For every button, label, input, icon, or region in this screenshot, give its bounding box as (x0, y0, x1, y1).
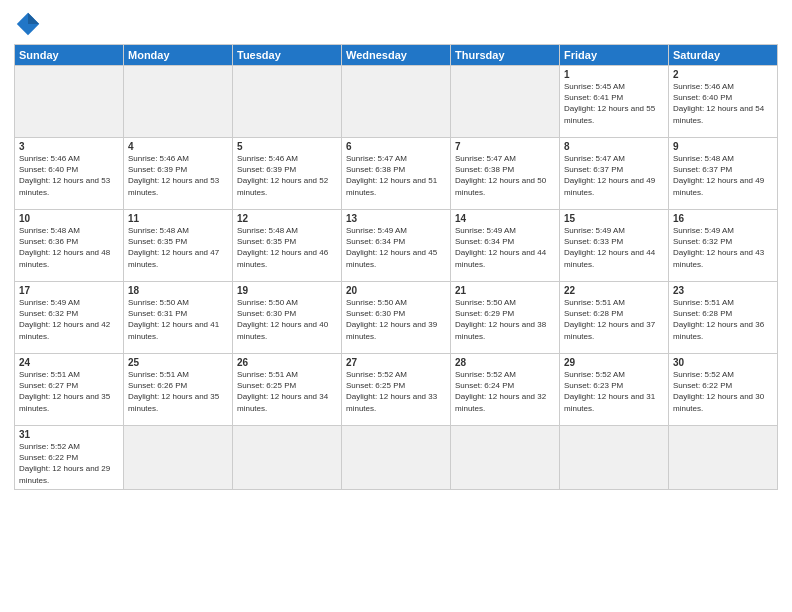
day-info: Sunrise: 5:48 AMSunset: 6:37 PMDaylight:… (673, 153, 773, 198)
day-number: 10 (19, 213, 119, 224)
day-number: 3 (19, 141, 119, 152)
calendar-cell (124, 66, 233, 138)
day-info: Sunrise: 5:52 AMSunset: 6:23 PMDaylight:… (564, 369, 664, 414)
day-number: 28 (455, 357, 555, 368)
calendar-week-1: 3Sunrise: 5:46 AMSunset: 6:40 PMDaylight… (15, 138, 778, 210)
day-number: 25 (128, 357, 228, 368)
calendar-cell (451, 426, 560, 490)
day-info: Sunrise: 5:47 AMSunset: 6:38 PMDaylight:… (455, 153, 555, 198)
calendar-cell: 16Sunrise: 5:49 AMSunset: 6:32 PMDayligh… (669, 210, 778, 282)
calendar-cell (451, 66, 560, 138)
day-number: 11 (128, 213, 228, 224)
calendar-cell: 21Sunrise: 5:50 AMSunset: 6:29 PMDayligh… (451, 282, 560, 354)
calendar-week-5: 31Sunrise: 5:52 AMSunset: 6:22 PMDayligh… (15, 426, 778, 490)
calendar-cell: 3Sunrise: 5:46 AMSunset: 6:40 PMDaylight… (15, 138, 124, 210)
calendar-cell: 2Sunrise: 5:46 AMSunset: 6:40 PMDaylight… (669, 66, 778, 138)
day-info: Sunrise: 5:49 AMSunset: 6:32 PMDaylight:… (19, 297, 119, 342)
calendar-cell: 5Sunrise: 5:46 AMSunset: 6:39 PMDaylight… (233, 138, 342, 210)
day-number: 9 (673, 141, 773, 152)
calendar-header-wednesday: Wednesday (342, 45, 451, 66)
page: SundayMondayTuesdayWednesdayThursdayFrid… (0, 0, 792, 612)
calendar-header-saturday: Saturday (669, 45, 778, 66)
calendar-cell: 6Sunrise: 5:47 AMSunset: 6:38 PMDaylight… (342, 138, 451, 210)
calendar-week-0: 1Sunrise: 5:45 AMSunset: 6:41 PMDaylight… (15, 66, 778, 138)
day-info: Sunrise: 5:51 AMSunset: 6:28 PMDaylight:… (673, 297, 773, 342)
calendar-cell: 19Sunrise: 5:50 AMSunset: 6:30 PMDayligh… (233, 282, 342, 354)
calendar-cell: 17Sunrise: 5:49 AMSunset: 6:32 PMDayligh… (15, 282, 124, 354)
calendar-header-thursday: Thursday (451, 45, 560, 66)
day-number: 19 (237, 285, 337, 296)
day-info: Sunrise: 5:48 AMSunset: 6:35 PMDaylight:… (128, 225, 228, 270)
day-info: Sunrise: 5:52 AMSunset: 6:22 PMDaylight:… (19, 441, 119, 486)
day-number: 14 (455, 213, 555, 224)
logo-icon (14, 10, 42, 38)
header (14, 10, 778, 38)
calendar-cell: 26Sunrise: 5:51 AMSunset: 6:25 PMDayligh… (233, 354, 342, 426)
calendar-cell (669, 426, 778, 490)
day-number: 16 (673, 213, 773, 224)
day-info: Sunrise: 5:48 AMSunset: 6:36 PMDaylight:… (19, 225, 119, 270)
day-number: 23 (673, 285, 773, 296)
day-number: 15 (564, 213, 664, 224)
calendar-cell: 20Sunrise: 5:50 AMSunset: 6:30 PMDayligh… (342, 282, 451, 354)
day-info: Sunrise: 5:52 AMSunset: 6:22 PMDaylight:… (673, 369, 773, 414)
calendar-cell: 12Sunrise: 5:48 AMSunset: 6:35 PMDayligh… (233, 210, 342, 282)
day-number: 6 (346, 141, 446, 152)
calendar-cell (233, 66, 342, 138)
day-info: Sunrise: 5:50 AMSunset: 6:30 PMDaylight:… (346, 297, 446, 342)
day-info: Sunrise: 5:52 AMSunset: 6:24 PMDaylight:… (455, 369, 555, 414)
day-info: Sunrise: 5:51 AMSunset: 6:25 PMDaylight:… (237, 369, 337, 414)
day-info: Sunrise: 5:50 AMSunset: 6:31 PMDaylight:… (128, 297, 228, 342)
calendar-cell: 27Sunrise: 5:52 AMSunset: 6:25 PMDayligh… (342, 354, 451, 426)
calendar-cell (233, 426, 342, 490)
calendar-cell: 4Sunrise: 5:46 AMSunset: 6:39 PMDaylight… (124, 138, 233, 210)
day-info: Sunrise: 5:46 AMSunset: 6:39 PMDaylight:… (128, 153, 228, 198)
calendar-cell: 13Sunrise: 5:49 AMSunset: 6:34 PMDayligh… (342, 210, 451, 282)
calendar-header-sunday: Sunday (15, 45, 124, 66)
calendar-cell: 25Sunrise: 5:51 AMSunset: 6:26 PMDayligh… (124, 354, 233, 426)
calendar-cell: 10Sunrise: 5:48 AMSunset: 6:36 PMDayligh… (15, 210, 124, 282)
day-info: Sunrise: 5:49 AMSunset: 6:32 PMDaylight:… (673, 225, 773, 270)
day-info: Sunrise: 5:51 AMSunset: 6:28 PMDaylight:… (564, 297, 664, 342)
day-number: 21 (455, 285, 555, 296)
calendar-header-friday: Friday (560, 45, 669, 66)
calendar-cell: 1Sunrise: 5:45 AMSunset: 6:41 PMDaylight… (560, 66, 669, 138)
calendar-cell (15, 66, 124, 138)
calendar-header-tuesday: Tuesday (233, 45, 342, 66)
calendar-cell: 11Sunrise: 5:48 AMSunset: 6:35 PMDayligh… (124, 210, 233, 282)
calendar-cell: 15Sunrise: 5:49 AMSunset: 6:33 PMDayligh… (560, 210, 669, 282)
calendar-cell (342, 66, 451, 138)
day-number: 7 (455, 141, 555, 152)
calendar-cell: 23Sunrise: 5:51 AMSunset: 6:28 PMDayligh… (669, 282, 778, 354)
calendar-week-2: 10Sunrise: 5:48 AMSunset: 6:36 PMDayligh… (15, 210, 778, 282)
calendar-header-monday: Monday (124, 45, 233, 66)
day-info: Sunrise: 5:46 AMSunset: 6:40 PMDaylight:… (673, 81, 773, 126)
day-number: 2 (673, 69, 773, 80)
day-info: Sunrise: 5:46 AMSunset: 6:39 PMDaylight:… (237, 153, 337, 198)
calendar-cell: 24Sunrise: 5:51 AMSunset: 6:27 PMDayligh… (15, 354, 124, 426)
calendar-cell: 7Sunrise: 5:47 AMSunset: 6:38 PMDaylight… (451, 138, 560, 210)
day-info: Sunrise: 5:49 AMSunset: 6:34 PMDaylight:… (346, 225, 446, 270)
day-number: 1 (564, 69, 664, 80)
day-number: 17 (19, 285, 119, 296)
day-number: 5 (237, 141, 337, 152)
day-number: 8 (564, 141, 664, 152)
day-number: 24 (19, 357, 119, 368)
calendar-cell: 9Sunrise: 5:48 AMSunset: 6:37 PMDaylight… (669, 138, 778, 210)
day-info: Sunrise: 5:50 AMSunset: 6:29 PMDaylight:… (455, 297, 555, 342)
day-info: Sunrise: 5:50 AMSunset: 6:30 PMDaylight:… (237, 297, 337, 342)
calendar-week-3: 17Sunrise: 5:49 AMSunset: 6:32 PMDayligh… (15, 282, 778, 354)
calendar-cell: 8Sunrise: 5:47 AMSunset: 6:37 PMDaylight… (560, 138, 669, 210)
day-number: 29 (564, 357, 664, 368)
day-info: Sunrise: 5:46 AMSunset: 6:40 PMDaylight:… (19, 153, 119, 198)
calendar-week-4: 24Sunrise: 5:51 AMSunset: 6:27 PMDayligh… (15, 354, 778, 426)
day-number: 30 (673, 357, 773, 368)
calendar-cell: 18Sunrise: 5:50 AMSunset: 6:31 PMDayligh… (124, 282, 233, 354)
calendar-cell: 28Sunrise: 5:52 AMSunset: 6:24 PMDayligh… (451, 354, 560, 426)
calendar-header-row: SundayMondayTuesdayWednesdayThursdayFrid… (15, 45, 778, 66)
calendar-cell (342, 426, 451, 490)
day-info: Sunrise: 5:47 AMSunset: 6:38 PMDaylight:… (346, 153, 446, 198)
calendar-cell: 29Sunrise: 5:52 AMSunset: 6:23 PMDayligh… (560, 354, 669, 426)
day-info: Sunrise: 5:45 AMSunset: 6:41 PMDaylight:… (564, 81, 664, 126)
logo (14, 10, 46, 38)
